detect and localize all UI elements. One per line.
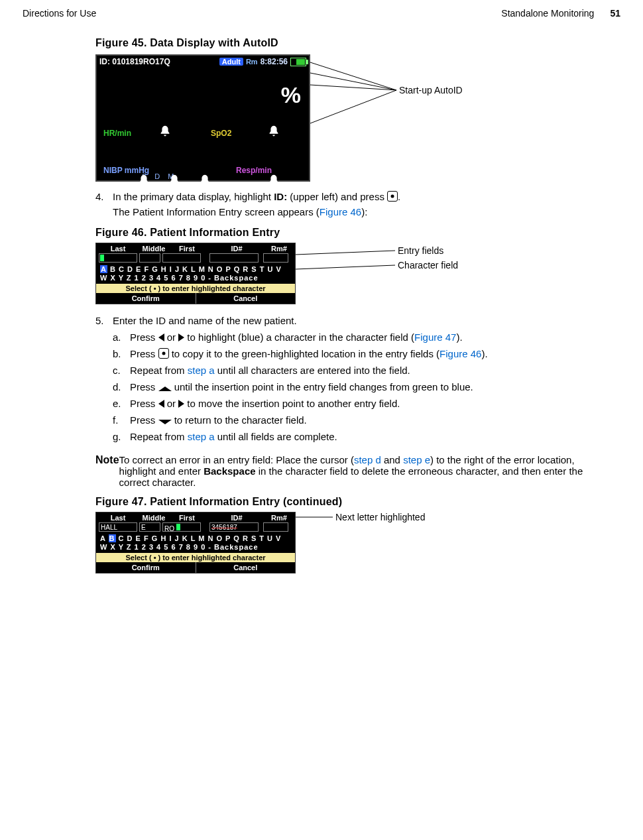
select-button-icon <box>158 348 169 359</box>
room-label: Rm <box>246 58 258 66</box>
up-arrow-icon <box>158 387 172 391</box>
field-last: HALL <box>99 522 137 532</box>
field-last <box>99 253 137 263</box>
field-first: RO <box>162 522 201 532</box>
confirm-button[interactable]: Confirm <box>96 562 196 573</box>
step-5-text: Enter the ID and name of the new patient… <box>113 315 297 326</box>
monitor-time: 8:82:56 <box>261 57 288 66</box>
hint-bar: Select ( • ) to enter highlighted charac… <box>96 553 295 562</box>
substep-e: Press or to move the insertion point to … <box>130 398 400 409</box>
bell-icon <box>167 174 182 188</box>
field-rm <box>263 522 288 532</box>
substep-letter: e. <box>113 398 130 409</box>
figure-45-title: Figure 45. Data Display with AutoID <box>95 37 601 49</box>
substep-b: Press to copy it to the green-highlighte… <box>130 348 488 359</box>
header-section: Standalone Monitoring <box>501 8 594 19</box>
substep-f: Press to return to the character field. <box>130 414 307 426</box>
step-number: 5. <box>95 315 113 326</box>
figure-46-title: Figure 46. Patient Information Entry <box>95 227 601 239</box>
col-last: Last <box>99 514 137 522</box>
right-arrow-icon <box>178 333 184 341</box>
figure-46-callout-2: Character field <box>398 260 458 270</box>
col-rm: Rm# <box>266 514 292 522</box>
step-4-sub: The Patient Information Entry screen app… <box>113 206 601 217</box>
col-rm: Rm# <box>266 245 292 253</box>
select-button-icon <box>387 191 398 202</box>
hr-label: HR/min <box>103 129 131 138</box>
substep-c: Repeat from step a until all characters … <box>130 365 410 376</box>
figure-47-callout: Next letter highlighted <box>335 512 425 522</box>
figure-46-callout-1: Entry fields <box>398 245 443 256</box>
col-first: First <box>170 245 204 253</box>
entry-panel-47: Last Middle First ID# Rm# HALL E RO 3456… <box>95 512 296 573</box>
bell-icon <box>158 125 172 139</box>
substep-letter: a. <box>113 331 130 343</box>
field-middle <box>139 253 160 263</box>
left-arrow-icon <box>158 400 164 408</box>
percent-symbol: % <box>281 82 301 108</box>
substep-letter: g. <box>113 431 130 442</box>
col-middle: Middle <box>137 245 170 253</box>
bell-icon <box>266 125 281 139</box>
battery-icon <box>290 58 306 66</box>
col-last: Last <box>99 245 137 253</box>
svg-line-3 <box>310 90 396 123</box>
page-header: Directions for Use Standalone Monitoring… <box>23 8 620 19</box>
cancel-button[interactable]: Cancel <box>196 562 296 573</box>
substep-a: Press or to highlight (blue) a character… <box>130 331 463 343</box>
step-e-link[interactable]: step e <box>403 454 430 465</box>
spo2-label: SpO2 <box>211 129 231 138</box>
right-arrow-icon <box>178 400 184 408</box>
substep-g: Repeat from step a until all fields are … <box>130 431 337 442</box>
note-label: Note <box>95 454 119 488</box>
figure-46-link[interactable]: Figure 46 <box>439 348 481 359</box>
down-arrow-icon <box>158 420 172 424</box>
step-a-link[interactable]: step a <box>188 365 215 376</box>
left-arrow-icon <box>158 333 164 341</box>
svg-line-5 <box>296 265 395 269</box>
substep-letter: d. <box>113 381 130 392</box>
figure-47-title: Figure 47. Patient Information Entry (co… <box>95 496 601 508</box>
page-number: 51 <box>610 8 620 19</box>
confirm-button[interactable]: Confirm <box>96 293 196 304</box>
hint-bar: Select ( • ) to enter highlighted charac… <box>96 284 295 293</box>
col-middle: Middle <box>137 514 170 522</box>
col-id: ID# <box>213 514 261 522</box>
field-first <box>162 253 201 263</box>
step-a-link[interactable]: step a <box>188 431 215 442</box>
monitor-id: ID: 0101819RO17Q <box>99 57 170 66</box>
substep-letter: b. <box>113 348 130 359</box>
monitor-screenshot: ID: 0101819RO17Q Adult Rm 8:82:56 % HR/m… <box>95 54 310 182</box>
figure-46-link[interactable]: Figure 46 <box>320 206 361 217</box>
bell-icon <box>198 174 212 188</box>
note-text: To correct an error in an entry field: P… <box>119 454 601 488</box>
cancel-button[interactable]: Cancel <box>196 293 296 304</box>
col-id: ID# <box>213 245 261 253</box>
substep-letter: f. <box>113 414 130 426</box>
bell-icon <box>137 174 151 188</box>
col-first: First <box>170 514 204 522</box>
field-rm <box>263 253 288 263</box>
header-left: Directions for Use <box>23 8 96 19</box>
bell-icon <box>266 174 281 188</box>
field-id: 3456187 <box>209 522 259 532</box>
step-4-text: In the primary data display, highlight I… <box>113 191 400 202</box>
character-field: A B C D E F G H I J K L M N O P Q R S T … <box>96 534 295 553</box>
step-d-link[interactable]: step d <box>354 454 381 465</box>
patient-type-badge: Adult <box>219 58 243 66</box>
field-middle: E <box>139 522 160 532</box>
entry-panel-46: Last Middle First ID# Rm# A B C D E F G … <box>95 243 296 304</box>
substep-letter: c. <box>113 365 130 376</box>
character-field: A B C D E F G H I J K L M N O P Q R S T … <box>96 265 295 284</box>
step-number: 4. <box>95 191 113 202</box>
figure-45-callout: Start-up AutoID <box>399 85 463 95</box>
figure-47-link[interactable]: Figure 47 <box>414 331 456 343</box>
svg-line-4 <box>296 251 395 255</box>
substep-d: Press until the insertion point in the e… <box>130 381 473 392</box>
field-id <box>209 253 259 263</box>
